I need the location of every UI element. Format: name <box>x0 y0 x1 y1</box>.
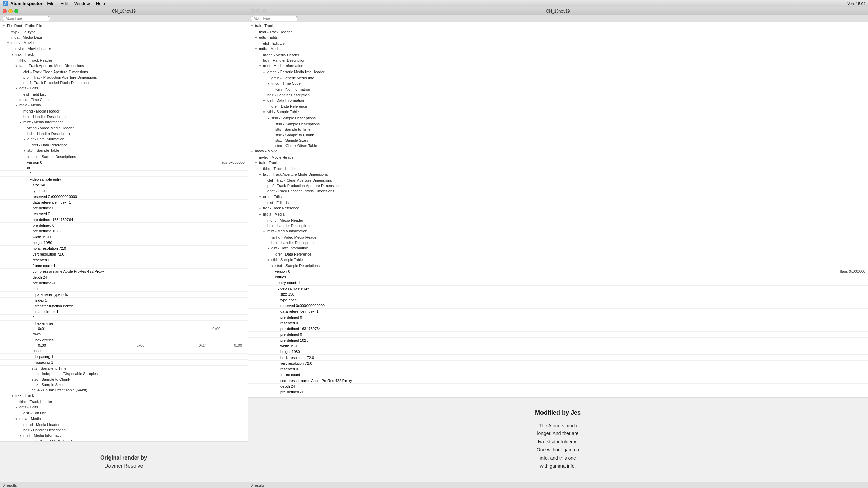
list-item[interactable]: hdlr - Handler Description <box>0 114 248 119</box>
list-item[interactable]: File Root - Entire File <box>0 23 248 29</box>
list-item[interactable]: tapt - Track Aperture Mode Dimensions <box>0 63 248 69</box>
list-item[interactable]: moov - Movie <box>248 148 868 155</box>
list-item[interactable]: trak - Track <box>248 23 868 29</box>
menu-file[interactable]: File <box>44 0 57 7</box>
list-item[interactable]: sdtp - Independent/Disposable Samples <box>0 371 248 377</box>
list-item[interactable]: clef - Track Clean Aperture Dimensions <box>248 178 868 183</box>
list-item[interactable]: hdlr - Handler Description <box>248 92 868 98</box>
list-item[interactable]: trak - Track <box>0 393 248 399</box>
list-item[interactable]: tkhd - Track Header <box>0 399 248 404</box>
list-item[interactable]: dinf - Data Information <box>248 245 868 251</box>
list-item[interactable]: stsz - Sample Sizes <box>0 382 248 387</box>
list-item[interactable]: stsc - Sample to Chunk <box>248 132 868 138</box>
list-item[interactable]: stbl - Sample Table <box>248 109 868 115</box>
list-item[interactable]: gmin - Generic Media Info <box>248 75 868 81</box>
list-item[interactable]: mdia - Media <box>0 416 248 422</box>
list-item[interactable]: stbl - Sample Table <box>248 257 868 263</box>
right-search-input[interactable] <box>251 16 298 21</box>
list-item[interactable]: hdlr - Handler Description <box>0 131 248 136</box>
list-item[interactable]: edts - Edits <box>0 85 248 92</box>
list-item[interactable]: co64 - Chunk Offset Table (64-bit) <box>0 387 248 393</box>
maximize-button-left[interactable] <box>14 9 18 13</box>
list-item[interactable]: vmhd - Video Media Header <box>0 125 248 131</box>
list-item[interactable]: prof - Track Production Aperture Dimensi… <box>0 75 248 80</box>
list-item[interactable]: mvhd - Movie Header <box>248 155 868 160</box>
list-item[interactable]: elst - Edit List <box>0 92 248 97</box>
list-item[interactable]: mdhd - Media Header <box>0 108 248 114</box>
list-item[interactable]: hdlr - Handler Description <box>248 240 868 245</box>
list-item[interactable]: stsz - Sample Sizes <box>248 138 868 143</box>
list-item[interactable]: mdia - Media <box>248 46 868 52</box>
list-item[interactable]: stbl - Sample Table <box>0 148 248 154</box>
menu-window[interactable]: Window <box>72 0 93 7</box>
list-item[interactable]: dref - Data Reference <box>248 104 868 109</box>
list-item[interactable]: edts - Edits <box>0 404 248 410</box>
list-item[interactable]: trak - Track <box>0 52 248 58</box>
reserved3-row: reserved 0 <box>0 257 248 263</box>
list-item[interactable]: tref - Track Reference <box>248 205 868 211</box>
list-item[interactable]: smhd - Sound Media Header <box>0 439 248 441</box>
list-item[interactable]: enof - Track Encoded Pixels Dimensions <box>248 188 868 194</box>
list-item[interactable]: tapt - Track Aperture Mode Dimensions <box>248 171 868 178</box>
list-item[interactable]: stco - Chunk Offset Table <box>248 143 868 148</box>
list-item[interactable]: minf - Media Information <box>248 63 868 69</box>
list-item[interactable]: tmcd - Time Code <box>248 81 868 87</box>
left-content-area[interactable]: File Root - Entire File ftyp - File Type… <box>0 22 248 441</box>
traffic-lights-left[interactable] <box>3 9 18 13</box>
right-content-area[interactable]: trak - Track tkhd - Track Header edts - … <box>248 22 868 397</box>
list-item[interactable]: elst - Edit List <box>0 410 248 416</box>
list-item[interactable]: tkhd - Track Header <box>248 166 868 171</box>
list-item[interactable]: stsd - Sample Descriptions <box>248 115 868 121</box>
list-item[interactable]: clef - Track Clean Aperture Dimensions <box>0 69 248 75</box>
type-row: type apco <box>0 188 248 194</box>
list-item[interactable]: mvhd - Movie Header <box>0 46 248 52</box>
minimize-button-left[interactable] <box>8 9 13 13</box>
maximize-button-right[interactable] <box>262 9 266 13</box>
list-item[interactable]: mdia - Media <box>248 211 868 218</box>
list-item[interactable]: elst - Edit List <box>248 41 868 46</box>
minimize-button-right[interactable] <box>256 9 260 13</box>
traffic-lights-right[interactable] <box>251 9 266 13</box>
list-item[interactable]: stts - Sample to Time <box>248 127 868 132</box>
list-item[interactable]: moov - Movie <box>0 40 248 46</box>
left-search-input[interactable] <box>3 16 50 21</box>
r-pre-defined5-row: pre defined -1 <box>248 389 868 395</box>
list-item[interactable]: edts - Edits <box>248 194 868 200</box>
list-item[interactable]: tkhd - Track Header <box>248 29 868 35</box>
close-button-right[interactable] <box>251 9 255 13</box>
list-item[interactable]: mdhd - Media Header <box>0 422 248 427</box>
list-item[interactable]: mdat - Media Data <box>0 35 248 40</box>
list-item[interactable]: minf - Media Information <box>0 433 248 439</box>
list-item[interactable]: trak - Track <box>248 160 868 166</box>
list-item[interactable]: edts - Edits <box>248 35 868 41</box>
list-item[interactable]: tcmi - No Information <box>248 87 868 92</box>
menu-edit[interactable]: Edit <box>58 0 71 7</box>
close-button-left[interactable] <box>3 9 7 13</box>
list-item[interactable]: tmcd - Time Code <box>0 97 248 102</box>
list-item[interactable]: mdia - Media <box>0 102 248 108</box>
menu-help[interactable]: Help <box>93 0 108 7</box>
list-item[interactable]: stsd - Sample Descriptions <box>248 263 868 269</box>
list-item[interactable]: stts - Sample to Time <box>0 366 248 371</box>
list-item[interactable]: ftyp - File Type <box>0 29 248 35</box>
list-item[interactable]: dref - Data Reference <box>0 142 248 148</box>
list-item[interactable]: mdhd - Media Header <box>248 52 868 58</box>
list-item[interactable]: tkhd - Track Header <box>0 58 248 63</box>
list-item[interactable]: elst - Edit List <box>248 200 868 205</box>
list-item[interactable]: minf - Media Information <box>248 228 868 235</box>
list-item[interactable]: stsd - Sample Descriptions <box>248 121 868 127</box>
list-item[interactable]: stsd - Sample Descriptions <box>0 154 248 160</box>
list-item[interactable]: dinf - Data Information <box>0 136 248 142</box>
list-item[interactable]: prof - Track Production Aperture Dimensi… <box>248 183 868 188</box>
list-item[interactable]: vmhd - Video Media Header <box>248 235 868 240</box>
list-item[interactable]: gmhd - Generic Media Info Header <box>248 69 868 75</box>
list-item[interactable]: hdlr - Handler Description <box>248 58 868 63</box>
list-item[interactable]: dinf - Data Information <box>248 98 868 104</box>
list-item[interactable]: minf - Media Information <box>0 119 248 125</box>
list-item[interactable]: dref - Data Reference <box>248 251 868 257</box>
list-item[interactable]: mdhd - Media Header <box>248 218 868 223</box>
list-item[interactable]: hdlr - Handler Description <box>248 223 868 228</box>
list-item[interactable]: enof - Track Encoded Pixels Dimensions <box>0 80 248 85</box>
list-item[interactable]: hdlr - Handler Description <box>0 427 248 433</box>
list-item[interactable]: stsc - Sample to Chunk <box>0 377 248 382</box>
